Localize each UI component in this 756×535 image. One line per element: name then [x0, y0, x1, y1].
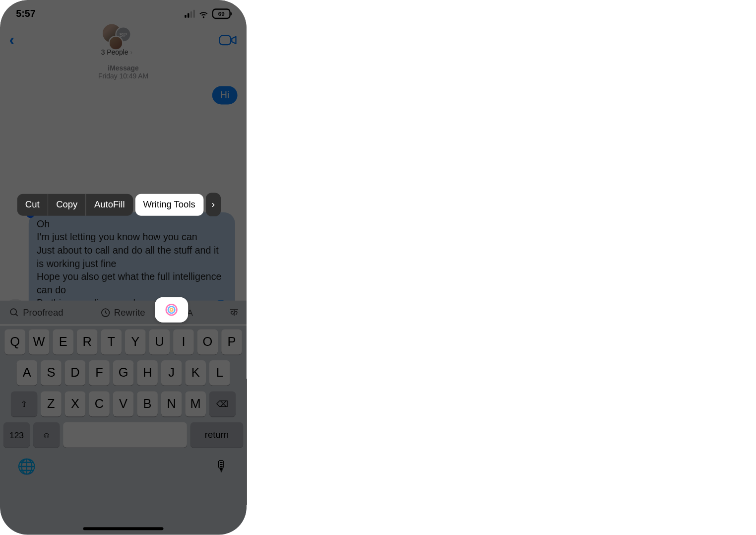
- emoji-key: ☺: [33, 422, 60, 448]
- avatar: [108, 36, 123, 51]
- text-selection-menu: Cut Copy AutoFill Writing Tools ›: [17, 193, 221, 216]
- proofread-chip[interactable]: Proofread: [9, 307, 63, 318]
- menu-autofill[interactable]: AutoFill: [86, 194, 133, 215]
- globe-icon[interactable]: 🌐: [17, 458, 36, 475]
- nav-bar: ‹ SP 3 People: [0, 19, 247, 59]
- battery-icon: 69: [212, 8, 231, 19]
- shift-key: ⇧: [11, 391, 37, 416]
- svg-point-4: [168, 306, 175, 313]
- backspace-key: ⌫: [209, 391, 236, 416]
- cellular-icon: [185, 10, 195, 18]
- svg-rect-0: [220, 36, 231, 45]
- numbers-key: 123: [3, 422, 30, 448]
- keyboard[interactable]: QWERTYUIOP ASDFGHJKL ⇧ ZXCVBNM ⌫ 123 ☺ r…: [0, 326, 247, 535]
- home-indicator[interactable]: [83, 527, 164, 530]
- svg-point-1: [10, 309, 16, 315]
- facetime-button[interactable]: [219, 34, 238, 46]
- menu-copy[interactable]: Copy: [48, 194, 86, 215]
- apple-intelligence-button[interactable]: [155, 297, 188, 323]
- space-key: [63, 422, 187, 448]
- wifi-icon: [198, 8, 209, 19]
- language-icon[interactable]: क: [230, 306, 238, 318]
- outgoing-message: Hi: [212, 86, 238, 104]
- back-button[interactable]: ‹: [9, 31, 14, 49]
- keyboard-suggestions: Proofread Rewrite ≡A क: [0, 301, 247, 324]
- dictate-icon[interactable]: 🎙: [214, 458, 229, 475]
- screen-1: 5:57 69 ‹ SP 3 People iMessageFriday 10:…: [0, 0, 247, 535]
- contact-header[interactable]: SP 3 People: [101, 24, 132, 57]
- timestamp: iMessageFriday 10:49 AM: [0, 64, 247, 80]
- svg-point-5: [170, 309, 173, 311]
- menu-cut[interactable]: Cut: [17, 194, 48, 215]
- menu-writing-tools[interactable]: Writing Tools: [135, 194, 203, 215]
- status-bar: 5:57 69: [0, 0, 247, 19]
- time: 5:57: [16, 8, 35, 19]
- rewrite-chip[interactable]: Rewrite: [100, 307, 145, 318]
- menu-more-icon[interactable]: ›: [206, 193, 221, 216]
- return-key: return: [190, 422, 243, 448]
